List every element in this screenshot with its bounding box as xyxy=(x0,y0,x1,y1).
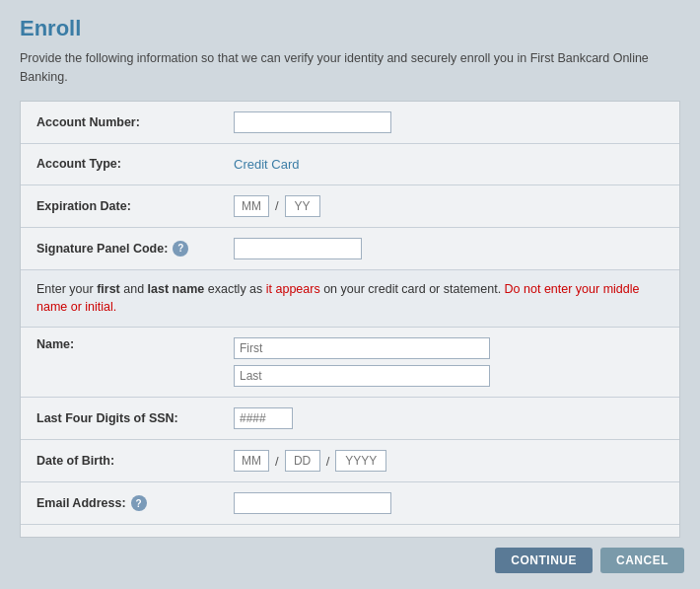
name-row: Name: xyxy=(21,328,679,398)
dob-yyyy-input[interactable] xyxy=(335,450,386,472)
email-help-icon[interactable]: ? xyxy=(131,495,147,511)
account-type-value: Credit Card xyxy=(234,157,299,172)
signature-panel-row: Signature Panel Code: ? xyxy=(21,228,679,270)
date-sep-1: / xyxy=(275,198,279,213)
footer-bar: CONTINUE CANCEL xyxy=(0,538,700,589)
ssn-label: Last Four Digits of SSN: xyxy=(36,411,234,425)
ssn-input[interactable] xyxy=(234,407,293,429)
account-type-row: Account Type: Credit Card xyxy=(21,144,679,185)
dob-sep-1: / xyxy=(275,454,279,469)
expiration-date-row: Expiration Date: / xyxy=(21,185,679,228)
signature-panel-label: Signature Panel Code: ? xyxy=(36,241,234,257)
dob-label: Date of Birth: xyxy=(36,454,234,468)
signature-help-icon[interactable]: ? xyxy=(173,241,188,257)
ssn-input-cell xyxy=(234,407,664,429)
cancel-button[interactable]: CANCEL xyxy=(600,548,684,573)
signature-panel-input[interactable] xyxy=(234,238,362,259)
expiration-date-input-cell: / xyxy=(234,195,664,217)
dob-row: Date of Birth: / / xyxy=(21,440,679,482)
page-description: Provide the following information so tha… xyxy=(20,49,680,87)
account-number-input-cell xyxy=(234,111,664,133)
last-name-input[interactable] xyxy=(234,365,490,387)
first-name-input[interactable] xyxy=(234,337,490,359)
email-input[interactable] xyxy=(234,492,391,514)
account-number-label: Account Number: xyxy=(36,115,234,129)
dob-sep-2: / xyxy=(326,454,330,469)
expiration-yy-input[interactable] xyxy=(285,195,320,217)
expiration-date-label: Expiration Date: xyxy=(36,199,234,213)
continue-button[interactable]: CONTINUE xyxy=(495,548,593,573)
name-label: Name: xyxy=(36,337,234,351)
name-info-text: Enter your first and last name exactly a… xyxy=(36,282,639,315)
email-label: Email Address: ? xyxy=(36,495,234,511)
expiration-mm-input[interactable] xyxy=(234,195,269,217)
dob-input-cell: / / xyxy=(234,450,664,472)
account-type-label: Account Type: xyxy=(36,157,234,171)
dob-mm-input[interactable] xyxy=(234,450,269,472)
name-info-row: Enter your first and last name exactly a… xyxy=(21,270,679,329)
ssn-row: Last Four Digits of SSN: xyxy=(21,398,679,440)
signature-panel-input-cell xyxy=(234,238,664,259)
dob-dd-input[interactable] xyxy=(285,450,320,472)
account-number-row: Account Number: xyxy=(21,102,679,144)
account-type-value-cell: Credit Card xyxy=(234,157,664,172)
email-input-cell xyxy=(234,492,664,514)
name-input-cell xyxy=(234,337,664,387)
account-number-input[interactable] xyxy=(234,111,391,133)
enroll-form: Account Number: Account Type: Credit Car… xyxy=(20,101,680,539)
email-row: Email Address: ? xyxy=(21,482,679,525)
page-title: Enroll xyxy=(20,16,680,41)
